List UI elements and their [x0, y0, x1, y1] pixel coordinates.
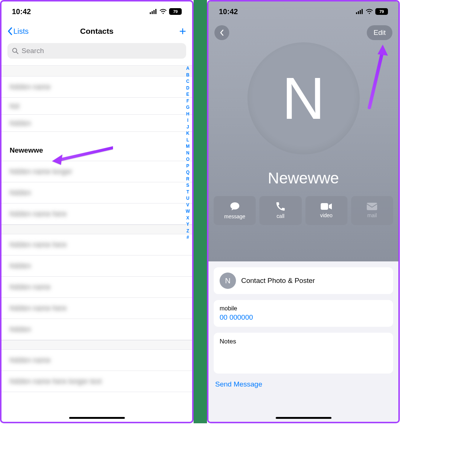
alpha-index[interactable]: ABCDEFGHIJKLMNOPQRSTUVWXYZ#	[186, 65, 190, 241]
alpha-index-letter[interactable]: G	[186, 104, 190, 111]
alpha-index-letter[interactable]: R	[186, 176, 190, 183]
edit-button[interactable]: Edit	[367, 25, 392, 40]
alpha-index-letter[interactable]: Z	[187, 228, 189, 235]
home-indicator	[69, 417, 125, 419]
alpha-index-letter[interactable]: M	[186, 143, 190, 150]
contact-photo-poster-row[interactable]: N Contact Photo & Poster	[214, 267, 393, 294]
phone-type-label: mobile	[220, 305, 387, 312]
mini-avatar: N	[220, 273, 236, 289]
svg-rect-2	[153, 10, 155, 14]
section-header	[1, 65, 192, 76]
status-bar: 10:42 79	[208, 1, 398, 22]
contact-name: Newewwe	[268, 169, 339, 187]
search-field[interactable]: Search	[7, 43, 186, 59]
add-contact-button[interactable]: +	[179, 25, 186, 37]
svg-rect-7	[358, 11, 359, 14]
alpha-index-letter[interactable]: U	[186, 195, 190, 202]
alpha-index-letter[interactable]: #	[187, 234, 189, 241]
wifi-icon	[159, 9, 167, 14]
nav-bar: Lists Contacts +	[1, 22, 192, 41]
wifi-icon	[366, 9, 373, 14]
alpha-index-letter[interactable]: N	[186, 150, 190, 157]
panel-divider	[194, 0, 207, 423]
video-button[interactable]: video	[305, 196, 347, 225]
home-indicator	[276, 417, 331, 419]
message-button[interactable]: message	[214, 196, 256, 225]
alpha-index-letter[interactable]: F	[187, 98, 189, 105]
contact-hero: Edit N Newewwe message call video mail	[208, 1, 398, 261]
list-item[interactable]: hidden	[1, 115, 192, 132]
phone-number[interactable]: 00 000000	[220, 313, 387, 322]
cellular-signal-icon	[150, 9, 157, 14]
video-icon	[321, 203, 332, 210]
back-to-lists-button[interactable]: Lists	[7, 27, 29, 36]
contact-avatar: N	[247, 42, 360, 154]
alpha-index-letter[interactable]: Q	[186, 169, 190, 176]
alpha-index-letter[interactable]: B	[186, 72, 190, 79]
back-label: Lists	[13, 27, 29, 36]
alpha-index-letter[interactable]: X	[186, 215, 189, 222]
search-icon	[12, 48, 19, 54]
list-item[interactable]: hidden	[1, 255, 192, 277]
list-item[interactable]: hidden name	[1, 277, 192, 298]
mail-button[interactable]: mail	[351, 196, 393, 225]
list-item[interactable]: hidden name here	[1, 203, 192, 225]
svg-rect-1	[152, 11, 153, 14]
alpha-index-letter[interactable]: V	[186, 202, 189, 209]
status-time: 10:42	[219, 7, 238, 16]
list-item[interactable]: hid	[1, 98, 192, 115]
contacts-list[interactable]: hidden name hid hidden Newewwe hidden na…	[1, 65, 192, 392]
mail-icon	[367, 203, 377, 210]
alpha-index-letter[interactable]: I	[187, 117, 188, 124]
alpha-index-letter[interactable]: C	[186, 78, 190, 85]
alpha-index-letter[interactable]: E	[186, 91, 189, 98]
alpha-index-letter[interactable]: D	[186, 85, 190, 92]
battery-icon: 79	[375, 8, 388, 15]
chevron-left-icon	[220, 29, 224, 36]
list-item[interactable]: hidden name here	[1, 234, 192, 255]
svg-line-5	[16, 52, 18, 54]
alpha-index-letter[interactable]: A	[186, 65, 190, 72]
alpha-index-letter[interactable]: H	[186, 111, 190, 118]
list-item[interactable]: hidden name	[1, 76, 192, 98]
alpha-index-letter[interactable]: S	[186, 182, 189, 189]
alpha-index-letter[interactable]: O	[186, 156, 190, 163]
contacts-list-screen: 10:42 79 Lists Contacts + Search hidden …	[0, 0, 194, 423]
status-bar: 10:42 79	[1, 1, 192, 22]
contact-newewwe-row[interactable]: Newewwe	[1, 140, 192, 161]
list-item[interactable]: hidden name here longer text	[1, 371, 192, 392]
battery-icon: 79	[169, 8, 182, 15]
svg-rect-10	[321, 203, 328, 210]
svg-rect-3	[155, 9, 156, 14]
list-item[interactable]: hidden	[1, 182, 192, 203]
list-item[interactable]: hidden name longer	[1, 161, 192, 182]
call-button[interactable]: call	[259, 196, 301, 225]
list-item[interactable]: hidden	[1, 319, 192, 340]
notes-card[interactable]: Notes	[214, 333, 393, 374]
page-title: Contacts	[80, 27, 114, 36]
svg-rect-0	[150, 12, 151, 14]
alpha-index-letter[interactable]: T	[187, 189, 189, 196]
contact-detail-screen: 10:42 79 Edit N Newewwe m	[207, 0, 400, 423]
alpha-index-letter[interactable]: L	[187, 137, 189, 144]
svg-rect-11	[367, 203, 377, 210]
alpha-index-letter[interactable]: K	[186, 130, 190, 137]
cellular-signal-icon	[356, 9, 363, 14]
alpha-index-letter[interactable]: J	[187, 124, 189, 131]
status-time: 10:42	[12, 7, 31, 16]
svg-rect-6	[356, 12, 357, 14]
section-header	[1, 340, 192, 350]
alpha-index-letter[interactable]: Y	[186, 221, 189, 228]
phone-icon	[276, 202, 285, 211]
back-button[interactable]	[214, 25, 229, 40]
contact-body[interactable]: N Contact Photo & Poster mobile 00 00000…	[208, 261, 398, 422]
alpha-index-letter[interactable]: W	[186, 208, 190, 215]
message-icon	[230, 202, 240, 211]
svg-rect-8	[360, 10, 361, 14]
phone-card[interactable]: mobile 00 000000	[214, 300, 393, 327]
list-item[interactable]: hidden name here	[1, 298, 192, 319]
alpha-index-letter[interactable]: P	[186, 163, 189, 170]
send-message-link[interactable]: Send Message	[214, 379, 393, 388]
list-item[interactable]: hidden name	[1, 350, 192, 371]
photo-poster-label: Contact Photo & Poster	[241, 277, 315, 285]
